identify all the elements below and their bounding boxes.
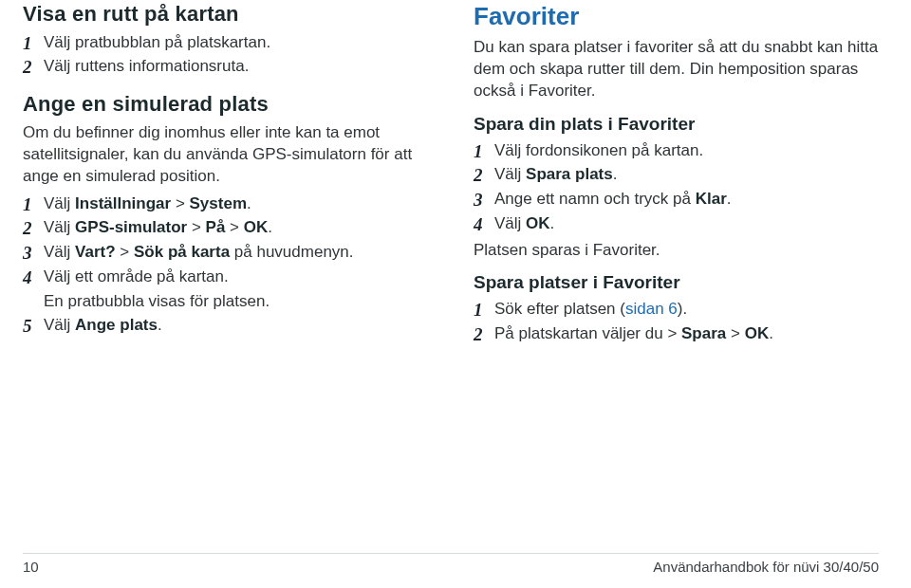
step-number: 1: [23, 193, 44, 216]
heading-save-locations: Spara platser i Favoriter: [474, 270, 879, 295]
step-text: Välj Inställningar > System.: [44, 193, 428, 215]
step-text: Välj ruttens informationsruta.: [44, 56, 428, 78]
step-text: Välj Ange plats.: [44, 315, 428, 337]
manual-page: Visa en rutt på kartan 1 Välj pratbubbla…: [0, 0, 911, 588]
step-number: 4: [23, 266, 44, 289]
step-number: 2: [474, 164, 494, 187]
list-item: 1 Sök efter platsen (sidan 6).: [474, 299, 879, 322]
step-number: 1: [474, 299, 494, 322]
step-text: Ange ett namn och tryck på Klar.: [494, 189, 879, 211]
list-item: 1 Välj pratbubblan på platskartan.: [23, 32, 428, 55]
step-number: 4: [474, 213, 494, 236]
list-save-locations: 1 Sök efter platsen (sidan 6). 2 På plat…: [474, 299, 879, 346]
list-item: 4 Välj ett område på kartan.: [23, 266, 428, 289]
step-note: En pratbubbla visas för platsen.: [44, 291, 428, 313]
heading-simulated-location: Ange en simulerad plats: [23, 90, 428, 119]
step-number: 3: [23, 242, 44, 265]
list-item: 2 Välj Spara plats.: [474, 164, 879, 187]
step-text: Sök efter platsen (sidan 6).: [494, 299, 879, 321]
list-item: 1 Välj Inställningar > System.: [23, 193, 428, 216]
note-saved-in-favorites: Platsen sparas i Favoriter.: [474, 240, 879, 262]
step-text: Välj GPS-simulator > På > OK.: [44, 217, 428, 239]
left-column: Visa en rutt på kartan 1 Välj pratbubbla…: [23, 0, 428, 348]
list-item: 3 Välj Vart? > Sök på karta på huvudmeny…: [23, 242, 428, 265]
list-item: 5 Välj Ange plats.: [23, 315, 428, 338]
paragraph-simulated-intro: Om du befinner dig inomhus eller inte ka…: [23, 122, 428, 188]
list-show-route: 1 Välj pratbubblan på platskartan. 2 Väl…: [23, 32, 428, 80]
list-item: 2 På platskartan väljer du > Spara > OK.: [474, 323, 879, 346]
step-text: Välj fordonsikonen på kartan.: [494, 140, 879, 162]
step-text: Välj pratbubblan på platskartan.: [44, 32, 428, 54]
step-text: Välj ett område på kartan.: [44, 266, 428, 288]
list-item: 2 Välj GPS-simulator > På > OK.: [23, 217, 428, 240]
heading-save-your-location: Spara din plats i Favoriter: [474, 112, 879, 137]
step-number: 2: [23, 56, 44, 79]
list-item: 3 Ange ett namn och tryck på Klar.: [474, 189, 879, 211]
step-number: 1: [474, 140, 494, 163]
step-text: På platskartan väljer du > Spara > OK.: [494, 323, 879, 345]
list-save-your-location: 1 Välj fordonsikonen på kartan. 2 Välj S…: [474, 140, 879, 236]
list-item: 4 Välj OK.: [474, 213, 879, 236]
right-column: Favoriter Du kan spara platser i favorit…: [474, 0, 879, 348]
step-number: 5: [23, 315, 44, 338]
step-text: Välj Spara plats.: [494, 164, 879, 186]
step-number: 2: [474, 323, 494, 346]
list-item: 1 Välj fordonsikonen på kartan.: [474, 140, 879, 163]
footer-title: Användarhandbok för nüvi 30/40/50: [653, 558, 879, 577]
heading-favorites: Favoriter: [474, 0, 879, 33]
heading-show-route: Visa en rutt på kartan: [23, 0, 428, 28]
step-text: Välj Vart? > Sök på karta på huvudmenyn.: [44, 242, 428, 264]
list-simulated: 1 Välj Inställningar > System. 2 Välj GP…: [23, 193, 428, 338]
step-number: 1: [23, 32, 44, 55]
two-column-layout: Visa en rutt på kartan 1 Välj pratbubbla…: [23, 0, 879, 348]
page-reference-link[interactable]: sidan 6: [625, 300, 678, 318]
list-item: 2 Välj ruttens informationsruta.: [23, 56, 428, 79]
page-number: 10: [23, 558, 39, 577]
step-number: 3: [474, 189, 494, 211]
step-number: 2: [23, 217, 44, 240]
page-footer: 10 Användarhandbok för nüvi 30/40/50: [23, 553, 879, 577]
step-text: Välj OK.: [494, 213, 879, 235]
paragraph-favorites-intro: Du kan spara platser i favoriter så att …: [474, 37, 879, 102]
